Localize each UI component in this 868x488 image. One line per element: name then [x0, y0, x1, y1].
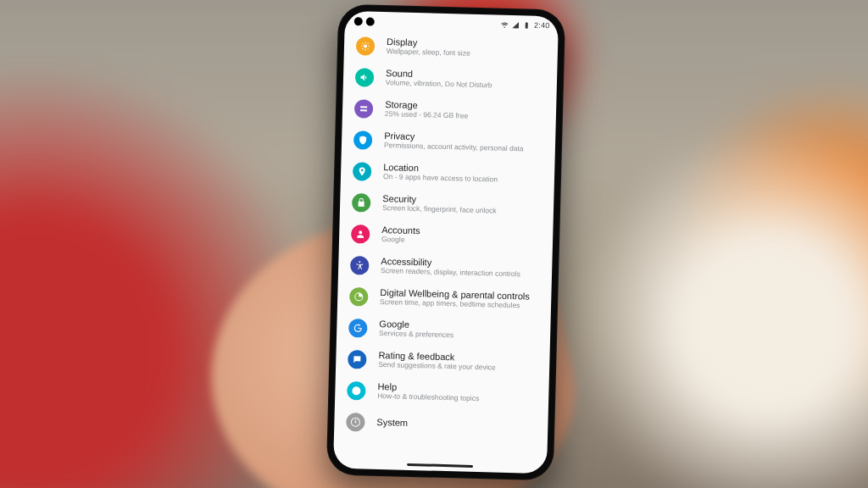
- svg-rect-6: [357, 357, 358, 358]
- settings-row-rating-feedback[interactable]: Rating & feedback Send suggestions & rat…: [348, 343, 540, 380]
- svg-point-0: [364, 44, 367, 47]
- svg-rect-12: [355, 419, 356, 421]
- location-icon: [353, 162, 372, 181]
- status-time: 2:40: [534, 21, 550, 30]
- sound-icon: [355, 68, 375, 87]
- settings-list[interactable]: Display Wallpaper, sleep, font size Soun…: [333, 30, 558, 462]
- system-icon: [346, 412, 365, 431]
- wifi-icon: [501, 20, 509, 28]
- feedback-icon: [348, 350, 367, 369]
- signal-icon: [512, 20, 520, 28]
- settings-row-privacy[interactable]: Privacy Permissions, account activity, p…: [353, 124, 546, 160]
- settings-row-system[interactable]: System: [346, 406, 538, 442]
- help-icon: ?: [347, 381, 366, 401]
- phone-screen: 2:40 Display Wallpaper, sleep, font size…: [333, 11, 559, 474]
- svg-text:?: ?: [354, 387, 358, 393]
- svg-point-3: [359, 230, 362, 234]
- svg-point-11: [354, 421, 356, 423]
- accounts-icon: [351, 225, 370, 244]
- settings-row-google[interactable]: Google Services & preferences: [348, 312, 541, 348]
- battery-icon: [523, 21, 531, 29]
- home-pill[interactable]: [407, 463, 473, 467]
- svg-rect-7: [357, 359, 358, 360]
- settings-row-accounts[interactable]: Accounts Google: [351, 218, 543, 254]
- security-icon: [352, 193, 371, 213]
- settings-row-storage[interactable]: Storage 25% used - 96.24 GB free: [354, 92, 547, 129]
- settings-row-location[interactable]: Location On - 9 apps have access to loca…: [353, 155, 545, 191]
- settings-row-accessibility[interactable]: Accessibility Screen readers, display, i…: [350, 249, 542, 286]
- settings-row-title: System: [376, 417, 537, 432]
- display-icon: [356, 36, 376, 56]
- wellbeing-icon: [349, 287, 369, 307]
- svg-point-4: [359, 261, 360, 263]
- google-icon: [348, 319, 368, 338]
- accessibility-icon: [350, 256, 370, 275]
- settings-row-display[interactable]: Display Wallpaper, sleep, font size: [356, 30, 548, 66]
- phone-frame: 2:40 Display Wallpaper, sleep, font size…: [326, 4, 565, 481]
- settings-row-help[interactable]: ? Help How-to & troubleshooting topics: [347, 374, 539, 411]
- settings-row-security[interactable]: Security Screen lock, fingerprint, face …: [352, 186, 544, 223]
- settings-row-digital-wellbeing-parental-controls[interactable]: Digital Wellbeing & parental controls Sc…: [349, 280, 542, 317]
- storage-icon: [354, 99, 374, 119]
- settings-row-sound[interactable]: Sound Volume, vibration, Do Not Disturb: [355, 61, 548, 97]
- privacy-icon: [353, 130, 373, 150]
